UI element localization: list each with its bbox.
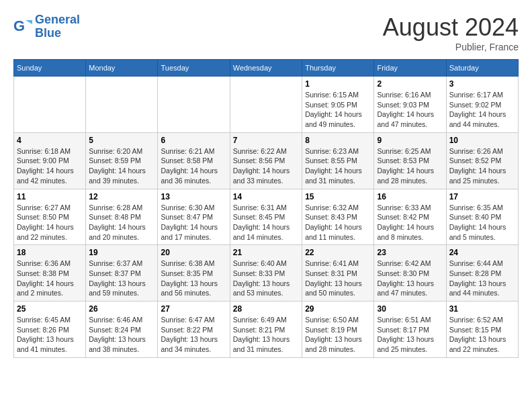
day-info: Sunrise: 6:15 AM Sunset: 9:05 PM Dayligh…: [305, 90, 371, 130]
day-info: Sunrise: 6:38 AM Sunset: 8:35 PM Dayligh…: [161, 259, 226, 298]
calendar-cell: 21Sunrise: 6:40 AM Sunset: 8:33 PM Dayli…: [230, 245, 302, 302]
calendar-cell: 5Sunrise: 6:20 AM Sunset: 8:59 PM Daylig…: [86, 132, 158, 189]
calendar-cell: 11Sunrise: 6:27 AM Sunset: 8:50 PM Dayli…: [14, 189, 86, 245]
day-number: 5: [89, 136, 154, 145]
day-of-week-header: Friday: [374, 60, 446, 77]
calendar-cell: 6Sunrise: 6:21 AM Sunset: 8:58 PM Daylig…: [158, 132, 230, 189]
calendar-week-row: 18Sunrise: 6:36 AM Sunset: 8:38 PM Dayli…: [14, 245, 519, 302]
calendar-cell: 23Sunrise: 6:42 AM Sunset: 8:30 PM Dayli…: [374, 245, 446, 302]
day-number: 19: [89, 248, 154, 257]
day-info: Sunrise: 6:45 AM Sunset: 8:26 PM Dayligh…: [17, 315, 83, 355]
month-year: August 2024: [383, 13, 519, 42]
calendar-week-row: 1Sunrise: 6:15 AM Sunset: 9:05 PM Daylig…: [14, 77, 519, 133]
day-of-week-header: Sunday: [14, 60, 86, 77]
day-number: 4: [17, 136, 83, 145]
day-number: 27: [161, 304, 226, 314]
calendar-cell: 12Sunrise: 6:28 AM Sunset: 8:48 PM Dayli…: [86, 189, 158, 245]
day-of-week-header: Tuesday: [158, 60, 230, 77]
day-number: 30: [377, 304, 443, 314]
day-info: Sunrise: 6:35 AM Sunset: 8:40 PM Dayligh…: [449, 203, 515, 242]
page-header: G General Blue August 2024 Publier, Fran…: [13, 13, 519, 52]
day-info: Sunrise: 6:50 AM Sunset: 8:19 PM Dayligh…: [305, 315, 371, 355]
day-number: 9: [377, 136, 443, 145]
day-number: 25: [17, 304, 83, 314]
day-number: 28: [233, 304, 299, 314]
day-number: 15: [305, 192, 371, 201]
calendar-cell: [230, 77, 302, 133]
day-number: 29: [305, 304, 371, 314]
calendar-cell: 8Sunrise: 6:23 AM Sunset: 8:55 PM Daylig…: [302, 132, 374, 189]
calendar-cell: 18Sunrise: 6:36 AM Sunset: 8:38 PM Dayli…: [14, 245, 86, 302]
day-number: 12: [89, 192, 154, 201]
day-number: 13: [161, 192, 226, 201]
day-info: Sunrise: 6:47 AM Sunset: 8:22 PM Dayligh…: [161, 315, 226, 355]
logo-line1: General: [35, 13, 80, 26]
calendar-cell: 2Sunrise: 6:16 AM Sunset: 9:03 PM Daylig…: [374, 77, 446, 133]
calendar-cell: 19Sunrise: 6:37 AM Sunset: 8:37 PM Dayli…: [86, 245, 158, 302]
day-number: 7: [233, 136, 299, 145]
day-info: Sunrise: 6:21 AM Sunset: 8:58 PM Dayligh…: [161, 146, 226, 186]
calendar-cell: 25Sunrise: 6:45 AM Sunset: 8:26 PM Dayli…: [14, 302, 86, 358]
day-number: 11: [17, 192, 83, 201]
day-number: 24: [449, 248, 515, 257]
day-number: 23: [377, 248, 443, 257]
calendar-cell: 26Sunrise: 6:46 AM Sunset: 8:24 PM Dayli…: [86, 302, 158, 358]
calendar-cell: 30Sunrise: 6:51 AM Sunset: 8:17 PM Dayli…: [374, 302, 446, 358]
day-info: Sunrise: 6:31 AM Sunset: 8:45 PM Dayligh…: [233, 203, 299, 242]
day-info: Sunrise: 6:22 AM Sunset: 8:56 PM Dayligh…: [233, 146, 299, 186]
day-number: 2: [377, 79, 443, 89]
day-number: 6: [161, 136, 226, 145]
day-info: Sunrise: 6:17 AM Sunset: 9:02 PM Dayligh…: [449, 90, 515, 130]
day-number: 10: [449, 136, 515, 145]
calendar-table: SundayMondayTuesdayWednesdayThursdayFrid…: [13, 59, 519, 358]
day-info: Sunrise: 6:23 AM Sunset: 8:55 PM Dayligh…: [305, 146, 371, 186]
calendar-cell: 29Sunrise: 6:50 AM Sunset: 8:19 PM Dayli…: [302, 302, 374, 358]
day-of-week-header: Thursday: [302, 60, 374, 77]
day-of-week-header: Monday: [86, 60, 158, 77]
logo-text: General Blue: [35, 13, 80, 40]
day-info: Sunrise: 6:46 AM Sunset: 8:24 PM Dayligh…: [89, 315, 154, 355]
logo-icon: G: [13, 17, 32, 36]
calendar-cell: 15Sunrise: 6:32 AM Sunset: 8:43 PM Dayli…: [302, 189, 374, 245]
day-info: Sunrise: 6:25 AM Sunset: 8:53 PM Dayligh…: [377, 146, 443, 186]
day-info: Sunrise: 6:30 AM Sunset: 8:47 PM Dayligh…: [161, 203, 226, 242]
day-number: 3: [449, 79, 515, 89]
calendar-cell: 27Sunrise: 6:47 AM Sunset: 8:22 PM Dayli…: [158, 302, 230, 358]
day-info: Sunrise: 6:28 AM Sunset: 8:48 PM Dayligh…: [89, 203, 154, 242]
day-of-week-header: Wednesday: [230, 60, 302, 77]
day-info: Sunrise: 6:36 AM Sunset: 8:38 PM Dayligh…: [17, 259, 83, 298]
calendar-cell: 14Sunrise: 6:31 AM Sunset: 8:45 PM Dayli…: [230, 189, 302, 245]
calendar-cell: 7Sunrise: 6:22 AM Sunset: 8:56 PM Daylig…: [230, 132, 302, 189]
calendar-cell: [86, 77, 158, 133]
day-info: Sunrise: 6:27 AM Sunset: 8:50 PM Dayligh…: [17, 203, 83, 242]
location: Publier, France: [383, 42, 519, 52]
day-number: 22: [305, 248, 371, 257]
logo-line2: Blue: [35, 26, 61, 40]
calendar-cell: 9Sunrise: 6:25 AM Sunset: 8:53 PM Daylig…: [374, 132, 446, 189]
day-number: 21: [233, 248, 299, 257]
day-info: Sunrise: 6:18 AM Sunset: 9:00 PM Dayligh…: [17, 146, 83, 186]
day-info: Sunrise: 6:49 AM Sunset: 8:21 PM Dayligh…: [233, 315, 299, 355]
calendar-cell: 1Sunrise: 6:15 AM Sunset: 9:05 PM Daylig…: [302, 77, 374, 133]
day-of-week-header: Saturday: [446, 60, 518, 77]
calendar-cell: [14, 77, 86, 133]
day-number: 26: [89, 304, 154, 314]
calendar-week-row: 11Sunrise: 6:27 AM Sunset: 8:50 PM Dayli…: [14, 189, 519, 245]
day-number: 20: [161, 248, 226, 257]
calendar-cell: 31Sunrise: 6:52 AM Sunset: 8:15 PM Dayli…: [446, 302, 518, 358]
day-info: Sunrise: 6:41 AM Sunset: 8:31 PM Dayligh…: [305, 259, 371, 298]
calendar-cell: 16Sunrise: 6:33 AM Sunset: 8:42 PM Dayli…: [374, 189, 446, 245]
calendar-week-row: 25Sunrise: 6:45 AM Sunset: 8:26 PM Dayli…: [14, 302, 519, 358]
day-number: 17: [449, 192, 515, 201]
day-info: Sunrise: 6:32 AM Sunset: 8:43 PM Dayligh…: [305, 203, 371, 242]
calendar-cell: 10Sunrise: 6:26 AM Sunset: 8:52 PM Dayli…: [446, 132, 518, 189]
day-number: 31: [449, 304, 515, 314]
day-info: Sunrise: 6:20 AM Sunset: 8:59 PM Dayligh…: [89, 146, 154, 186]
calendar-body: 1Sunrise: 6:15 AM Sunset: 9:05 PM Daylig…: [14, 77, 519, 358]
calendar-cell: [158, 77, 230, 133]
day-number: 1: [305, 79, 371, 89]
day-number: 14: [233, 192, 299, 201]
day-info: Sunrise: 6:51 AM Sunset: 8:17 PM Dayligh…: [377, 315, 443, 355]
day-info: Sunrise: 6:42 AM Sunset: 8:30 PM Dayligh…: [377, 259, 443, 298]
svg-marker-1: [26, 20, 32, 24]
